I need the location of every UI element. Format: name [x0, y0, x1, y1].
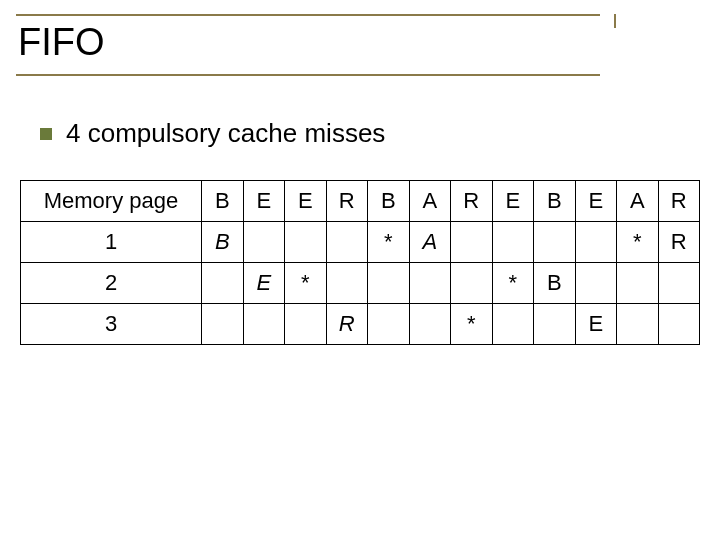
cell [409, 263, 451, 304]
cell: B [202, 222, 244, 263]
table-wrap: Memory pageBEERBAREBEAR1B*A*R2E**B3R*E [20, 180, 700, 345]
cell: E [575, 304, 617, 345]
cell [617, 304, 659, 345]
col-header: B [534, 181, 576, 222]
cell [326, 263, 368, 304]
cell [492, 304, 534, 345]
title-tick [614, 14, 616, 28]
bullet-icon [40, 128, 52, 140]
cell [285, 304, 327, 345]
cell: E [243, 263, 285, 304]
slide-title: FIFO [16, 14, 600, 76]
col-header: R [658, 181, 700, 222]
col-header: R [451, 181, 493, 222]
row-label: 1 [21, 222, 202, 263]
col-header: B [202, 181, 244, 222]
row-label: 2 [21, 263, 202, 304]
cell [492, 222, 534, 263]
col-header: E [492, 181, 534, 222]
cell [658, 263, 700, 304]
col-header: E [285, 181, 327, 222]
col-header: B [368, 181, 410, 222]
cell: * [492, 263, 534, 304]
cell [534, 222, 576, 263]
col-header: E [575, 181, 617, 222]
cell [658, 304, 700, 345]
cell: * [451, 304, 493, 345]
cell: R [326, 304, 368, 345]
cell: R [658, 222, 700, 263]
bullet-text: 4 compulsory cache misses [66, 118, 385, 149]
cell [243, 222, 285, 263]
cell [243, 304, 285, 345]
cell: A [409, 222, 451, 263]
cell [575, 263, 617, 304]
col-header: E [243, 181, 285, 222]
cell [368, 263, 410, 304]
cell [326, 222, 368, 263]
cell: * [368, 222, 410, 263]
cell: * [617, 222, 659, 263]
cell: * [285, 263, 327, 304]
cell [451, 222, 493, 263]
bullet-row: 4 compulsory cache misses [40, 118, 385, 149]
cell [409, 304, 451, 345]
cell [451, 263, 493, 304]
cell [575, 222, 617, 263]
cell [285, 222, 327, 263]
cell [202, 263, 244, 304]
cell [617, 263, 659, 304]
row-header-label: Memory page [21, 181, 202, 222]
cell [368, 304, 410, 345]
col-header: R [326, 181, 368, 222]
title-block: FIFO [16, 14, 610, 76]
cell: B [534, 263, 576, 304]
slide: FIFO 4 compulsory cache misses Memory pa… [0, 0, 720, 540]
col-header: A [617, 181, 659, 222]
cell [534, 304, 576, 345]
fifo-table: Memory pageBEERBAREBEAR1B*A*R2E**B3R*E [20, 180, 700, 345]
row-label: 3 [21, 304, 202, 345]
col-header: A [409, 181, 451, 222]
cell [202, 304, 244, 345]
